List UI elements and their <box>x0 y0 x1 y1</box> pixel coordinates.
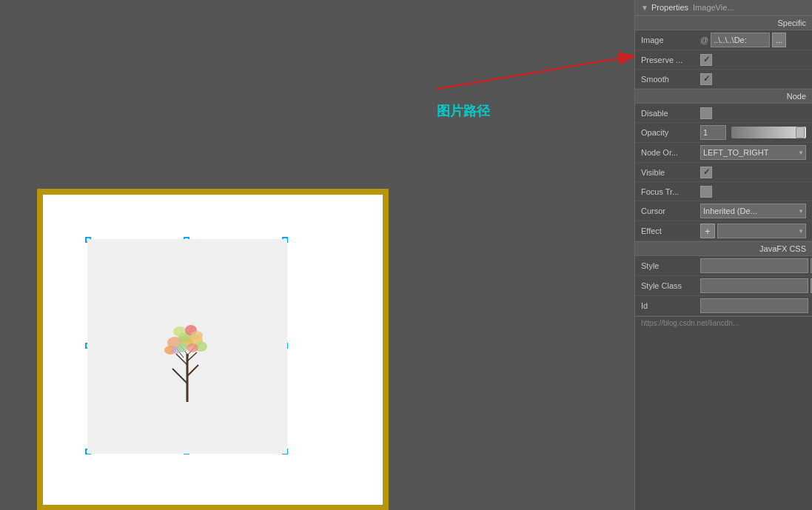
image-property-row: Image @ ... <box>635 30 812 50</box>
opacity-slider-thumb <box>796 127 805 138</box>
opacity-input[interactable] <box>700 125 726 140</box>
smooth-label: Smooth <box>641 75 700 84</box>
smooth-checkbox[interactable] <box>700 73 712 85</box>
preserve-property-row: Preserve ... <box>635 50 812 70</box>
svg-line-1 <box>437 56 634 89</box>
at-sign: @ <box>700 36 708 44</box>
watermark-bar: https://blog.csdn.net/liancdn... <box>635 316 812 329</box>
focus-tr-label: Focus Tr... <box>641 187 700 196</box>
id-value <box>700 298 808 313</box>
javafx-css-section-header: JavaFX CSS <box>635 241 812 256</box>
style-input[interactable] <box>700 258 808 273</box>
smooth-value <box>700 73 806 85</box>
style-input-row: ▼ <box>700 258 812 273</box>
node-order-dropdown-wrapper: LEFT_TO_RIGHT RIGHT_TO_LEFT INHERIT ▼ <box>700 145 806 160</box>
id-input[interactable] <box>700 298 808 313</box>
opacity-value <box>700 125 806 140</box>
watermark-text: https://blog.csdn.net/liancdn... <box>641 319 739 327</box>
cursor-select[interactable]: Inherited (De... Default Hand Crosshair <box>700 204 806 218</box>
svg-point-21 <box>187 343 198 352</box>
disable-property-row: Disable <box>635 104 812 123</box>
node-order-label: Node Or... <box>641 148 700 157</box>
node-order-value: LEFT_TO_RIGHT RIGHT_TO_LEFT INHERIT ▼ <box>700 145 806 160</box>
effect-label: Effect <box>641 227 700 235</box>
effect-property-row: Effect + ▼ <box>635 221 812 241</box>
effect-row: + ▼ <box>700 224 806 238</box>
visible-value <box>700 167 806 178</box>
tree-image <box>139 287 235 406</box>
style-label: Style <box>641 261 700 270</box>
style-class-property-row: Style Class + ▼ <box>635 276 812 296</box>
style-class-label: Style Class <box>641 281 700 290</box>
disable-label: Disable <box>641 109 700 118</box>
image-path-input[interactable] <box>711 33 770 47</box>
svg-line-3 <box>172 369 187 383</box>
visible-property-row: Visible <box>635 163 812 182</box>
panel-subtitle: ImageVie... <box>693 3 734 12</box>
style-value: ▼ <box>700 258 812 273</box>
image-browse-button[interactable]: ... <box>772 33 786 47</box>
chevron-icon: ▼ <box>641 4 648 12</box>
svg-point-19 <box>191 331 203 340</box>
cursor-value: Inherited (De... Default Hand Crosshair … <box>700 204 806 218</box>
cursor-dropdown-wrapper: Inherited (De... Default Hand Crosshair … <box>700 204 806 218</box>
image-content <box>87 239 287 454</box>
preserve-value <box>700 54 806 66</box>
preserve-checkbox[interactable] <box>700 54 712 66</box>
annotation-arrow <box>429 44 634 104</box>
effect-value: + ▼ <box>700 224 806 238</box>
opacity-slider[interactable] <box>731 127 806 138</box>
visible-label: Visible <box>641 168 700 177</box>
visible-checkbox[interactable] <box>700 167 712 178</box>
specific-section-header: Specific <box>635 16 812 30</box>
cursor-label: Cursor <box>641 207 700 215</box>
smooth-property-row: Smooth <box>635 70 812 89</box>
svg-line-4 <box>187 365 198 376</box>
panel-header: ▼ Properties ImageVie... <box>635 0 812 16</box>
node-section-header: Node <box>635 89 812 104</box>
opacity-label: Opacity <box>641 128 700 137</box>
focus-tr-value <box>700 186 806 198</box>
disable-value <box>700 107 806 119</box>
svg-point-13 <box>173 326 187 337</box>
svg-point-20 <box>177 343 187 352</box>
node-order-select[interactable]: LEFT_TO_RIGHT RIGHT_TO_LEFT INHERIT <box>700 145 806 160</box>
annotation-text: 图片路径 <box>437 102 490 120</box>
effect-dropdown-wrapper: ▼ <box>717 224 806 238</box>
style-class-input-row: + ▼ <box>700 278 812 293</box>
cursor-property-row: Cursor Inherited (De... Default Hand Cro… <box>635 201 812 221</box>
canvas-area: 图片路径 <box>0 0 634 510</box>
style-class-input[interactable] <box>700 278 808 293</box>
style-class-value: + ▼ <box>700 278 812 293</box>
effect-plus-button[interactable]: + <box>700 224 715 238</box>
node-order-property-row: Node Or... LEFT_TO_RIGHT RIGHT_TO_LEFT I… <box>635 143 812 163</box>
id-property-row: Id <box>635 296 812 316</box>
panel-title: Properties <box>651 3 688 12</box>
opacity-property-row: Opacity <box>635 123 812 143</box>
image-label: Image <box>641 36 700 44</box>
image-value: @ ... <box>700 33 806 47</box>
style-property-row: Style ▼ <box>635 256 812 276</box>
properties-panel: ▼ Properties ImageVie... Specific Image … <box>634 0 812 510</box>
effect-select[interactable] <box>717 224 806 238</box>
focus-tr-property-row: Focus Tr... <box>635 182 812 201</box>
image-frame <box>37 189 389 510</box>
preserve-label: Preserve ... <box>641 56 700 64</box>
disable-checkbox[interactable] <box>700 107 712 119</box>
id-label: Id <box>641 301 700 310</box>
focus-tr-checkbox[interactable] <box>700 186 712 198</box>
